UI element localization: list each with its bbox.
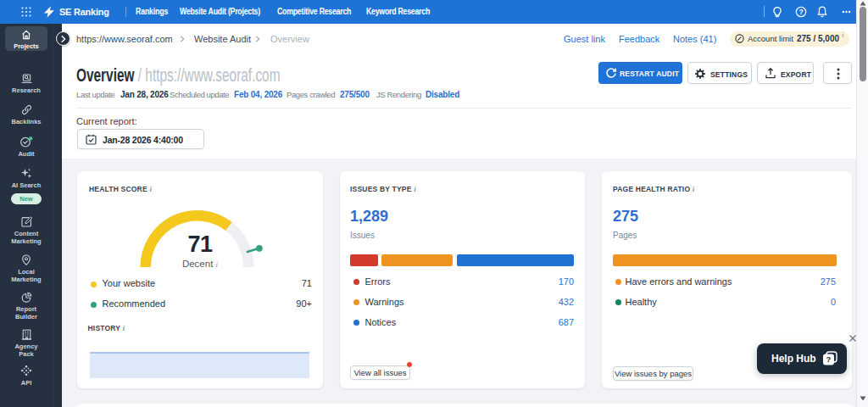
svg-text:?: ? xyxy=(826,354,832,364)
svg-text:?: ? xyxy=(798,8,803,16)
